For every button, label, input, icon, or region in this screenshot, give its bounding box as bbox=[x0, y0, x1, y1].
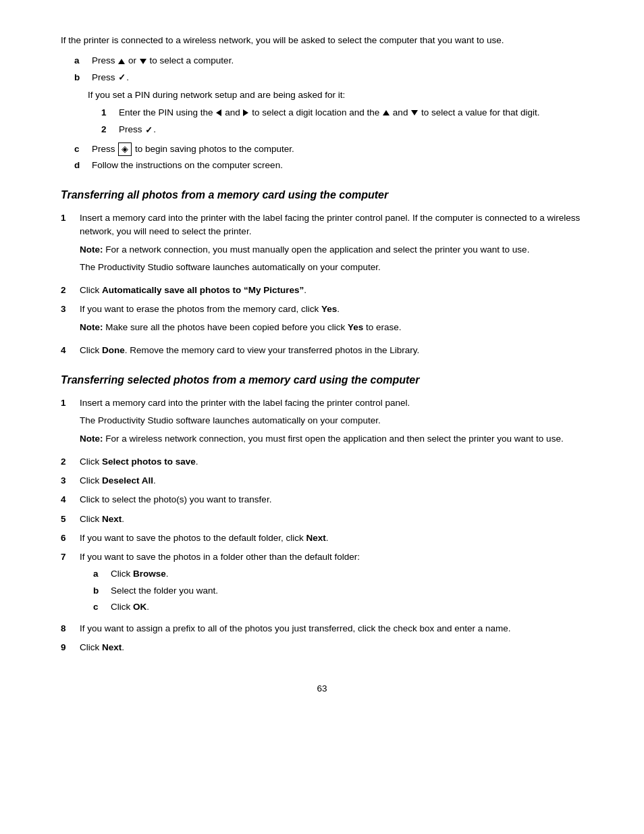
s2-step-6-content: If you want to save the photos to the de… bbox=[80, 531, 583, 545]
s2-step-7a: a Click Browse. bbox=[93, 567, 583, 581]
s2-num-1: 1 bbox=[61, 396, 76, 410]
s2-step-9-bold: Next bbox=[102, 642, 122, 652]
arrow-right-icon bbox=[243, 109, 248, 116]
s2-auto-text: The Productivity Studio software launche… bbox=[80, 414, 583, 427]
label-b: b bbox=[74, 71, 88, 84]
s2-step-7b: b Select the folder you want. bbox=[93, 584, 583, 598]
s2-num-6: 6 bbox=[61, 531, 76, 545]
s2-note-1-label: Note: bbox=[80, 434, 103, 444]
s2-step-3-bold: Deselect All bbox=[102, 475, 153, 486]
s1-step-2-content: Click Automatically save all photos to “… bbox=[80, 284, 583, 297]
s2-step-7: 7 If you want to save the photos in a fo… bbox=[61, 550, 583, 617]
s2-step-7-content: If you want to save the photos in a fold… bbox=[80, 550, 583, 617]
s2-step-1-content: Insert a memory card into the printer wi… bbox=[80, 396, 583, 450]
s1-step-4-bold: Done bbox=[102, 345, 125, 355]
s2-step-2-bold: Select photos to save bbox=[102, 457, 196, 467]
item-c-content: Press ◈ to begin saving photos to the co… bbox=[92, 142, 294, 156]
s1-num-4: 4 bbox=[61, 344, 76, 357]
s1-note-1-label: Note: bbox=[80, 244, 103, 255]
s1-auto-text: The Productivity Studio software launche… bbox=[80, 261, 583, 274]
label-7c: c bbox=[93, 600, 107, 614]
arrow-down-icon2 bbox=[411, 110, 418, 115]
page-number: 63 bbox=[61, 682, 583, 696]
s1-num-2: 2 bbox=[61, 284, 76, 297]
s2-num-7: 7 bbox=[61, 550, 76, 564]
checkmark-icon: ✓ bbox=[118, 71, 126, 84]
s1-note-2-bold: Yes bbox=[348, 322, 363, 332]
s1-step-3: 3 If you want to erase the photos from t… bbox=[61, 303, 583, 338]
s2-step-7c-bold: OK bbox=[133, 602, 146, 612]
pin-step-1-content: Enter the PIN using the and to select a … bbox=[119, 106, 540, 120]
diamond-icon: ◈ bbox=[118, 142, 132, 156]
s2-num-2: 2 bbox=[61, 455, 76, 469]
pin-step-2-content: Press ✓. bbox=[119, 123, 156, 136]
list-item-a: a Press or to select a computer. bbox=[74, 54, 583, 68]
list-item-b: b Press ✓. bbox=[74, 71, 583, 84]
s2-step-5: 5 Click Next. bbox=[61, 513, 583, 526]
pin-block: If you set a PIN during network setup an… bbox=[88, 88, 583, 137]
s2-step-5-content: Click Next. bbox=[80, 513, 583, 526]
s2-step-5-bold: Next bbox=[102, 514, 122, 524]
item-d-content: Follow the instructions on the computer … bbox=[92, 159, 283, 172]
arrow-down-icon bbox=[140, 59, 146, 64]
s2-step-6: 6 If you want to save the photos to the … bbox=[61, 531, 583, 545]
s2-num-9: 9 bbox=[61, 641, 76, 654]
s1-note-2: Note: Make sure all the photos have been… bbox=[80, 321, 583, 334]
s2-step-7a-content: Click Browse. bbox=[111, 567, 169, 581]
s1-num-1: 1 bbox=[61, 211, 76, 225]
label-c: c bbox=[74, 142, 88, 156]
s2-step-1: 1 Insert a memory card into the printer … bbox=[61, 396, 583, 450]
intro-paragraph: If the printer is connected to a wireles… bbox=[61, 34, 583, 47]
section2-heading: Transferring selected photos from a memo… bbox=[61, 372, 583, 388]
s2-step-8: 8 If you want to assign a prefix to all … bbox=[61, 622, 583, 635]
s1-note-1: Note: For a network connection, you must… bbox=[80, 243, 583, 257]
s1-step-4: 4 Click Done. Remove the memory card to … bbox=[61, 344, 583, 357]
s2-step-7c-content: Click OK. bbox=[111, 600, 149, 614]
arrow-up-icon2 bbox=[383, 110, 390, 115]
s1-step-2-bold: Automatically save all photos to “My Pic… bbox=[102, 285, 304, 295]
pin-num-1: 1 bbox=[101, 106, 115, 120]
s2-num-8: 8 bbox=[61, 622, 76, 635]
s1-note-2-label: Note: bbox=[80, 322, 103, 332]
s2-note-1: Note: For a wireless network connection,… bbox=[80, 432, 583, 446]
s2-step-4: 4 Click to select the photo(s) you want … bbox=[61, 493, 583, 506]
s1-step-4-content: Click Done. Remove the memory card to vi… bbox=[80, 344, 583, 357]
s2-step-2: 2 Click Select photos to save. bbox=[61, 455, 583, 469]
arrow-up-icon bbox=[118, 59, 125, 64]
label-a: a bbox=[74, 54, 88, 68]
s2-step-2-content: Click Select photos to save. bbox=[80, 455, 583, 469]
s2-step-7b-content: Select the folder you want. bbox=[111, 584, 218, 598]
pin-intro: If you set a PIN during network setup an… bbox=[88, 88, 583, 102]
pin-step-2: 2 Press ✓. bbox=[101, 123, 583, 136]
s1-step-3-bold: Yes bbox=[321, 304, 337, 314]
s1-step-1: 1 Insert a memory card into the printer … bbox=[61, 211, 583, 278]
arrow-left-icon bbox=[216, 109, 221, 116]
s2-num-3: 3 bbox=[61, 474, 76, 488]
s2-step-9: 9 Click Next. bbox=[61, 641, 583, 654]
section1-heading: Transferring all photos from a memory ca… bbox=[61, 187, 583, 203]
item-b-content: Press ✓. bbox=[92, 71, 129, 84]
page-content: If the printer is connected to a wireles… bbox=[0, 0, 644, 834]
s1-step-2: 2 Click Automatically save all photos to… bbox=[61, 284, 583, 297]
s2-step-4-content: Click to select the photo(s) you want to… bbox=[80, 493, 583, 506]
item-a-content: Press or to select a computer. bbox=[92, 54, 234, 68]
label-7a: a bbox=[93, 567, 107, 581]
s2-num-5: 5 bbox=[61, 513, 76, 526]
s1-step-3-content: If you want to erase the photos from the… bbox=[80, 303, 583, 338]
list-item-d: d Follow the instructions on the compute… bbox=[74, 159, 583, 172]
s1-step-1-content: Insert a memory card into the printer wi… bbox=[80, 211, 583, 278]
checkmark-icon2: ✓ bbox=[145, 124, 153, 137]
label-7b: b bbox=[93, 584, 107, 598]
s2-step-3-content: Click Deselect All. bbox=[80, 474, 583, 488]
s2-step-6-bold: Next bbox=[306, 533, 325, 543]
s2-step-8-content: If you want to assign a prefix to all of… bbox=[80, 622, 583, 635]
s2-step-7a-bold: Browse bbox=[133, 569, 166, 579]
s1-num-3: 3 bbox=[61, 303, 76, 316]
list-item-c: c Press ◈ to begin saving photos to the … bbox=[74, 142, 583, 156]
pin-num-2: 2 bbox=[101, 123, 115, 136]
s2-num-4: 4 bbox=[61, 493, 76, 506]
s2-step-7c: c Click OK. bbox=[93, 600, 583, 614]
label-d: d bbox=[74, 159, 88, 172]
pin-step-1: 1 Enter the PIN using the and to select … bbox=[101, 106, 583, 120]
s2-step-3: 3 Click Deselect All. bbox=[61, 474, 583, 488]
